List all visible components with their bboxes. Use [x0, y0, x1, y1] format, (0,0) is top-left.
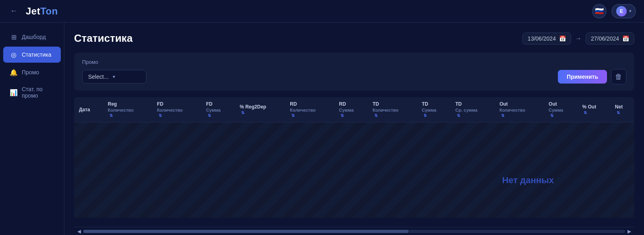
date-range: 13/06/2024 📅 → 27/06/2024 📅 [522, 33, 634, 45]
logo-jet: Jet [26, 6, 40, 16]
select-placeholder: Select... [88, 74, 109, 80]
stat-promo-icon: 📊 [10, 88, 18, 96]
table-container[interactable]: Дата Reg Количество ⇅ [74, 97, 634, 227]
col-rd-count[interactable]: RD Количество ⇅ [285, 97, 334, 123]
horizontal-scrollbar[interactable]: ◀ ▶ [74, 227, 634, 235]
col-net[interactable]: Net ⇅ [610, 97, 634, 123]
date-from-field[interactable]: 13/06/2024 📅 [522, 33, 571, 45]
logo-ton: Ton [40, 6, 58, 16]
trash-icon: 🗑 [615, 73, 622, 81]
col-td-avg[interactable]: TD Ср. сумма ⇅ [450, 97, 495, 123]
date-arrow: → [575, 35, 582, 42]
sidebar-item-label: Статистика [22, 51, 52, 58]
back-button[interactable]: ← [8, 6, 19, 17]
dashboard-icon: ⊞ [10, 33, 18, 41]
sort-icon: ⇅ [291, 113, 295, 118]
col-fd-count[interactable]: FD Количество ⇅ [152, 97, 201, 123]
col-pct-out[interactable]: % Out ⇅ [577, 97, 610, 123]
sort-icon: ⇅ [374, 113, 378, 118]
promo-select[interactable]: Select... ▾ [82, 70, 147, 84]
sort-icon: ⇅ [617, 110, 620, 115]
table-head: Дата Reg Количество ⇅ [74, 97, 634, 123]
filter-row: Select... ▾ Применить 🗑 [82, 69, 626, 84]
statistics-table: Дата Reg Количество ⇅ [74, 97, 634, 123]
scroll-right-arrow[interactable]: ▶ [626, 229, 633, 234]
main-layout: ⊞ Дашборд ◎ Статистика 🔔 Промо 📊 Стат. п… [0, 22, 644, 235]
scroll-left-arrow[interactable]: ◀ [76, 229, 83, 234]
col-out-sum[interactable]: Out Сумма ⇅ [544, 97, 577, 123]
date-from-value: 13/06/2024 [528, 35, 556, 42]
flag-icon: 🇷🇺 [595, 7, 604, 16]
col-rd-sum[interactable]: RD Сумма ⇅ [334, 97, 367, 123]
sort-icon: ⇅ [159, 113, 162, 118]
filter-panel: Промо Select... ▾ Применить 🗑 [74, 53, 634, 91]
apply-button[interactable]: Применить [558, 70, 607, 84]
language-button[interactable]: 🇷🇺 [592, 4, 607, 18]
col-td-sum[interactable]: TD Сумма ⇅ [417, 97, 450, 123]
sort-icon: ⇅ [241, 110, 244, 115]
col-out-count[interactable]: Out Количество ⇅ [495, 97, 544, 123]
topnav-left: ← JetTon [8, 6, 58, 17]
sidebar-item-dashboard[interactable]: ⊞ Дашборд [3, 29, 61, 45]
sort-icon: ⇅ [501, 113, 504, 118]
date-to-value: 27/06/2024 [591, 35, 619, 42]
topnav-right: 🇷🇺 E ▾ [592, 4, 636, 18]
filter-actions: Применить 🗑 [558, 69, 626, 84]
col-td-count[interactable]: TD Количество ⇅ [368, 97, 417, 123]
sort-icon: ⇅ [457, 113, 460, 118]
topnav: ← JetTon 🇷🇺 E ▾ [0, 0, 644, 22]
col-reg2dep[interactable]: % Reg2Dep ⇅ [235, 97, 285, 123]
sidebar-item-label: Дашборд [22, 34, 46, 40]
scrollbar-track[interactable] [83, 230, 625, 233]
chevron-down-icon: ▾ [629, 9, 631, 13]
sidebar: ⊞ Дашборд ◎ Статистика 🔔 Промо 📊 Стат. п… [0, 22, 64, 235]
select-chevron-icon: ▾ [113, 74, 115, 80]
sort-icon: ⇅ [584, 110, 587, 115]
content: Статистика 13/06/2024 📅 → 27/06/2024 📅 П… [64, 22, 644, 235]
sidebar-item-statistics[interactable]: ◎ Статистика [3, 47, 61, 63]
sidebar-item-label: Стат. по промо [22, 86, 54, 99]
scrollbar-thumb[interactable] [83, 230, 409, 233]
filter-label: Промо [82, 59, 626, 65]
sidebar-item-label: Промо [22, 69, 39, 76]
table-body: Дата Reg Количество ⇅ [74, 97, 634, 218]
sort-icon: ⇅ [208, 113, 211, 118]
table-header-row: Дата Reg Количество ⇅ [74, 97, 634, 123]
calendar-from-icon: 📅 [559, 35, 566, 42]
sidebar-item-promo[interactable]: 🔔 Промо [3, 64, 61, 80]
sort-icon: ⇅ [550, 113, 553, 118]
col-fd-sum[interactable]: FD Сумма ⇅ [201, 97, 235, 123]
content-header: Статистика 13/06/2024 📅 → 27/06/2024 📅 [74, 32, 634, 45]
date-to-field[interactable]: 27/06/2024 📅 [586, 33, 634, 45]
col-reg-count[interactable]: Reg Количество ⇅ [103, 97, 152, 123]
promo-icon: 🔔 [10, 68, 18, 76]
user-menu-button[interactable]: E ▾ [611, 4, 636, 18]
statistics-icon: ◎ [10, 51, 18, 59]
col-date[interactable]: Дата [74, 97, 103, 123]
logo: JetTon [26, 6, 58, 17]
sort-icon: ⇅ [341, 113, 344, 118]
delete-button[interactable]: 🗑 [611, 69, 626, 84]
sort-icon: ⇅ [109, 113, 113, 118]
calendar-to-icon: 📅 [622, 35, 629, 42]
no-data-message: Нет данных [502, 175, 554, 186]
page-title: Статистика [74, 32, 132, 45]
sidebar-item-stat-promo[interactable]: 📊 Стат. по промо [3, 82, 61, 103]
avatar: E [616, 6, 627, 16]
sort-icon: ⇅ [423, 113, 427, 118]
